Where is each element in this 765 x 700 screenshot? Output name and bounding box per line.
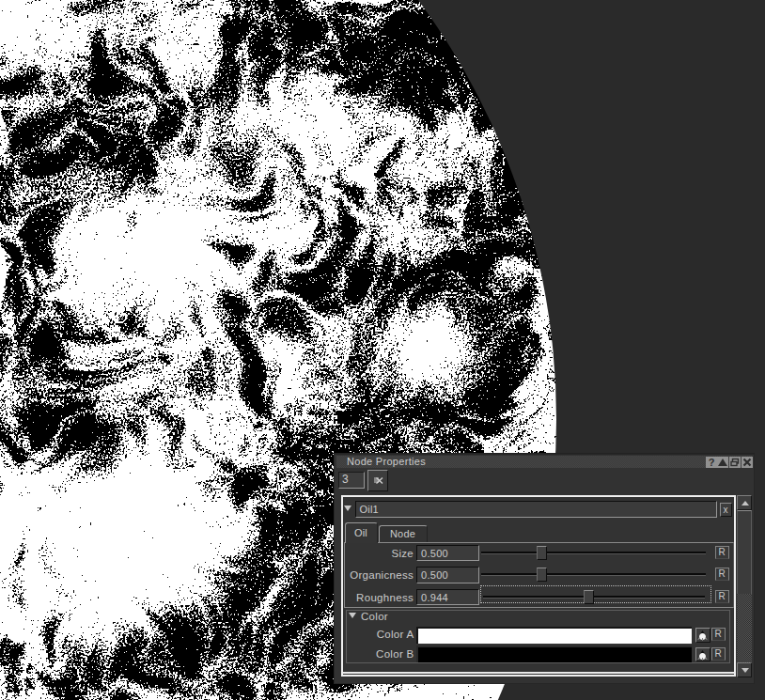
svg-text:?: ? — [708, 457, 714, 468]
